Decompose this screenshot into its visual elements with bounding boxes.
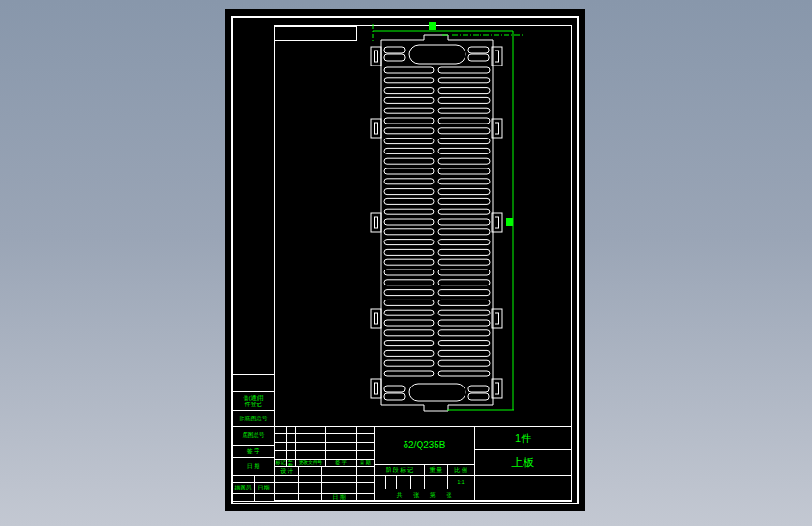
sheet-count-cell: 共 张 第 张 <box>374 489 475 502</box>
margin-sign-box: 签 字 <box>231 445 275 458</box>
mini-cell <box>231 493 255 502</box>
revision-empty-cell <box>295 450 326 460</box>
right-empty-cell <box>474 475 572 502</box>
margin-borrow-box: 借(通)用 件登记 <box>231 391 275 411</box>
scale-value-cell: 1:1 <box>447 475 475 489</box>
mini-cell <box>254 493 273 502</box>
margin-date-box: 日 期 <box>231 457 275 476</box>
quantity-cell: 1件 <box>474 426 572 450</box>
stage-cell <box>410 475 425 489</box>
top-left-ref-box <box>274 26 357 41</box>
mini-cell <box>298 493 322 502</box>
weight-value-cell <box>424 475 448 489</box>
revision-empty-cell <box>325 450 357 460</box>
material-cell: δ2/Q235B <box>374 426 475 465</box>
design-label-cell: 设 计 <box>274 466 299 476</box>
table-cell <box>298 466 322 476</box>
desktop-background: { "desktop": { "bg_top": "#8897ab", "bg_… <box>0 0 812 526</box>
margin-base-no-box: 底图总号 <box>231 426 275 446</box>
drawing-canvas: 借(通)用 件登记 旧底图总号 底图总号 签 字 日 期 描图员 日期 标记 处… <box>225 9 585 511</box>
margin-reserve-box <box>231 374 275 392</box>
margin-old-base-no-box: 旧底图总号 <box>231 410 275 427</box>
bottom-date-cell: 日 期 <box>321 493 357 502</box>
table-cell <box>356 493 375 502</box>
revision-empty-cell <box>356 450 375 460</box>
stage-cell <box>396 475 411 489</box>
part-name-cell: 上板 <box>474 449 572 476</box>
mini-cell <box>273 493 299 502</box>
